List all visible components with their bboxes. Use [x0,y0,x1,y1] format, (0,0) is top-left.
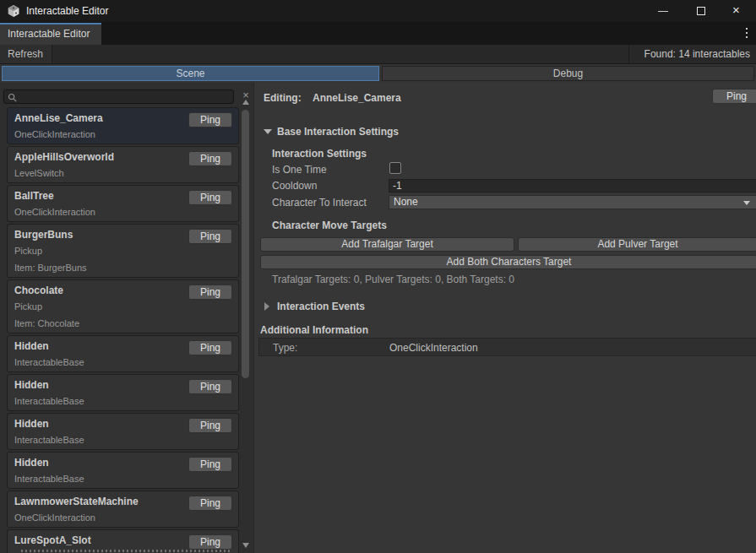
ping-button[interactable]: Ping [188,496,232,511]
additional-information-header: Additional Information [260,324,368,336]
foldout-label: Interaction Events [277,301,365,312]
unity-cube-icon [7,4,20,18]
type-label: Type: [273,342,297,354]
interactable-list: AnneLise_CameraOneClickInteractionPingAp… [7,107,239,553]
cooldown-input[interactable] [389,179,756,192]
foldout-interaction-events[interactable]: Interaction Events [264,300,748,313]
list-item[interactable]: AnneLise_CameraOneClickInteractionPing [7,107,239,144]
ping-button[interactable]: Ping [188,418,232,433]
list-item[interactable]: LawnmowerStateMachineOneClickInteraction… [7,491,239,528]
list-item[interactable]: BurgerBunsPickupItem: BurgerBunsPing [7,224,239,278]
minimize-icon [658,11,668,12]
item-detail: Item: BurgerBuns [14,263,87,273]
window-title: Interactable Editor [26,5,108,17]
editing-ping-button[interactable]: Ping [712,89,756,104]
list-item[interactable]: HiddenInteractableBasePing [7,335,239,372]
interaction-settings-header: Interaction Settings [272,148,367,160]
add-both-characters-target-button[interactable]: Add Both Characters Target [260,255,756,269]
dropdown-value: None [394,196,418,208]
item-name: Hidden [14,418,49,430]
maximize-icon [697,7,705,15]
scrollbar-thumb[interactable] [242,110,249,378]
list-item[interactable]: HiddenInteractableBasePing [7,413,239,450]
item-type: InteractableBase [14,357,84,367]
search-box[interactable] [3,89,234,104]
ping-button[interactable]: Ping [188,151,232,166]
item-type: InteractableBase [14,474,84,484]
refresh-button[interactable]: Refresh [0,45,52,63]
interactable-list-panel: × AnneLise_CameraOneClickInteractionPing… [0,83,254,553]
scrollbar-down-arrow[interactable] [242,543,249,548]
item-type: OneClickInteraction [14,207,95,217]
tab-debug[interactable]: Debug [382,66,754,81]
tab-interactable-editor[interactable]: Interactable Editor [0,23,101,45]
toolbar-separator [628,45,629,63]
is-one-time-label: Is One Time [272,164,327,176]
list-item[interactable]: LureSpotA_SlotPing [7,529,239,553]
close-icon: × [732,3,740,17]
foldout-closed-icon [264,302,269,311]
scrollbar-up-arrow[interactable] [242,100,249,105]
found-count-label: Found: 14 interactables [645,48,750,60]
item-name: BallTree [14,190,54,202]
item-name: BurgerBuns [14,229,73,241]
list-item[interactable]: BallTreeOneClickInteractionPing [7,185,239,222]
item-name: Hidden [14,340,49,352]
ping-button[interactable]: Ping [188,112,232,127]
type-value: OneClickInteraction [389,342,478,354]
character-to-interact-label: Character To Interact [272,197,367,209]
item-type: Pickup [14,246,42,256]
ping-button[interactable]: Ping [188,457,232,472]
item-type: InteractableBase [14,396,84,406]
item-name: AnneLise_Camera [14,112,103,124]
minimize-button[interactable] [649,0,677,22]
window-menu-icon[interactable] [741,27,753,41]
add-trafalgar-target-button[interactable]: Add Trafalgar Target [260,237,514,252]
add-pulver-target-button[interactable]: Add Pulver Target [518,237,756,252]
list-item[interactable]: ChocolatePickupItem: ChocolatePing [7,279,239,333]
type-info-row: Type: OneClickInteraction [258,338,756,356]
cooldown-label: Cooldown [272,180,317,192]
item-name: LureSpotA_Slot [14,534,91,546]
item-name: Hidden [14,379,49,391]
ping-button[interactable]: Ping [188,340,232,355]
foldout-open-icon [264,129,272,134]
foldout-label: Base Interaction Settings [277,126,399,138]
editing-object-name: AnneLise_Camera [313,92,401,104]
character-to-interact-dropdown[interactable]: None [389,195,756,209]
item-type: InteractableBase [14,435,84,445]
ping-button[interactable]: Ping [188,285,232,300]
ping-button[interactable]: Ping [188,379,232,394]
tab-scene[interactable]: Scene [2,66,379,81]
item-name: Hidden [14,457,49,469]
search-input[interactable] [19,90,231,103]
is-one-time-checkbox[interactable] [389,162,401,174]
editor-panel: Editing: AnneLise_Camera Ping Base Inter… [255,83,756,553]
ping-button[interactable]: Ping [188,190,232,205]
close-button[interactable]: × [725,0,753,22]
item-type: Pickup [14,301,42,312]
item-name: LawnmowerStateMachine [14,496,139,507]
titlebar: Interactable Editor × [0,0,756,22]
editing-label: Editing: [264,92,302,104]
item-detail: Item: Chocolate [14,318,79,328]
item-name: AppleHillsOverworld [14,151,114,163]
list-scrollbar [240,95,252,553]
item-type: OneClickInteraction [14,129,95,139]
list-item[interactable]: AppleHillsOverworldLevelSwitchPing [7,146,239,183]
ping-button[interactable]: Ping [188,534,232,550]
mode-tab-bar: Scene Debug [0,64,756,83]
list-item[interactable]: HiddenInteractableBasePing [7,374,239,411]
list-item[interactable]: HiddenInteractableBasePing [7,452,239,489]
interactable-editor-window: Interactable Editor × Interactable Edito… [0,0,756,553]
item-type: LevelSwitch [14,168,64,178]
targets-summary-label: Trafalgar Targets: 0, Pulver Targets: 0,… [272,274,514,285]
tab-strip: Interactable Editor [0,22,756,45]
search-icon [8,93,18,103]
ping-button[interactable]: Ping [188,229,232,244]
maximize-button[interactable] [687,0,715,22]
vertical-ellipsis-icon [746,28,748,30]
chevron-down-icon [743,201,750,205]
foldout-base-interaction-settings[interactable]: Base Interaction Settings [264,125,748,138]
character-move-targets-header: Character Move Targets [272,220,387,231]
